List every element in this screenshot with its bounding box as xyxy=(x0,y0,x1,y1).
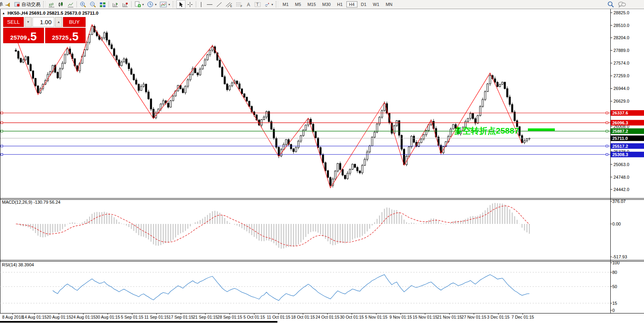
line-chart-button[interactable] xyxy=(66,0,75,8)
line-handle[interactable] xyxy=(606,145,608,147)
sell-price-main: 25709 xyxy=(10,33,27,42)
new-order-button[interactable]: 单 xyxy=(0,1,3,8)
timeframe-H4[interactable]: H4 xyxy=(346,1,357,8)
line-handle[interactable] xyxy=(606,112,608,114)
toolbar-grip xyxy=(276,1,278,8)
sell-price-big-digit: .5 xyxy=(27,31,37,42)
svg-text:8 Aug 2018: 8 Aug 2018 xyxy=(2,315,23,319)
collapse-arrow-icon[interactable]: ▲ xyxy=(2,11,5,15)
vertical-line-icon xyxy=(199,2,203,8)
zoom-in-button[interactable] xyxy=(78,0,88,8)
text-label-button[interactable]: T xyxy=(253,0,262,8)
svg-text:25711.0: 25711.0 xyxy=(612,136,628,141)
chart-annotation-text[interactable]: 多空转折点25887 xyxy=(454,125,519,136)
volume-input[interactable]: 1.00 xyxy=(32,17,54,27)
svg-text:27259.0: 27259.0 xyxy=(613,73,629,78)
zigzag-line[interactable] xyxy=(16,25,522,188)
line-handle[interactable] xyxy=(1,130,3,132)
bar-chart-icon xyxy=(48,2,55,8)
macd-histogram xyxy=(16,203,529,248)
auto-trading-button[interactable]: 自动交易 xyxy=(13,0,42,8)
timeframe-M5[interactable]: M5 xyxy=(292,1,304,8)
volume-increase-button[interactable]: ▲ xyxy=(55,17,62,27)
auto-scroll-button[interactable] xyxy=(120,0,130,8)
line-handle[interactable] xyxy=(1,122,3,124)
fibonacci-button[interactable]: F xyxy=(234,0,245,8)
trendline-button[interactable] xyxy=(214,0,224,8)
line-handle[interactable] xyxy=(606,130,608,132)
svg-text:14 Aug 01:15: 14 Aug 01:15 xyxy=(22,315,47,319)
line-handle[interactable] xyxy=(606,122,608,124)
svg-text:25308.3: 25308.3 xyxy=(612,152,628,157)
buy-price-main: 25725 xyxy=(52,33,69,42)
svg-text:30 Aug 01:15: 30 Aug 01:15 xyxy=(96,315,120,319)
svg-text:E: E xyxy=(230,5,232,8)
annotation-highlight-bar[interactable] xyxy=(528,128,555,131)
buy-price-display[interactable]: 25725 .5 xyxy=(45,28,86,43)
timeframe-M1[interactable]: M1 xyxy=(280,1,291,8)
toolbar-separator xyxy=(109,1,109,8)
svg-text:27574.0: 27574.0 xyxy=(613,61,629,65)
svg-text:17 Sep 01:15: 17 Sep 01:15 xyxy=(168,315,193,319)
clock-icon xyxy=(147,1,153,8)
toolbar-separator xyxy=(196,1,196,8)
macd-label: MACD(12,26,9) -130.79 56.24 xyxy=(2,200,60,205)
timeframe-M15[interactable]: M15 xyxy=(305,1,319,8)
auto-scroll-icon xyxy=(122,2,128,8)
zoom-out-icon xyxy=(90,1,96,8)
line-handle[interactable] xyxy=(1,153,3,155)
timeframe-D1[interactable]: D1 xyxy=(358,1,369,8)
timeframe-MN[interactable]: MN xyxy=(383,1,395,8)
crosshair-icon xyxy=(187,2,193,8)
sell-price-display[interactable]: 25709 .5 xyxy=(3,28,44,43)
dropdown-caret-icon: ▾ xyxy=(271,3,273,6)
text-button[interactable]: A xyxy=(245,0,253,8)
search-icon[interactable] xyxy=(608,1,614,8)
line-handle[interactable] xyxy=(1,145,3,147)
candlestick-chart-button[interactable] xyxy=(56,0,66,8)
horizontal-line-button[interactable] xyxy=(205,0,214,8)
chart-canvas[interactable]: 28825.028510.028204.027889.027574.027259… xyxy=(0,0,644,323)
timeframe-M30[interactable]: M30 xyxy=(319,1,333,8)
svg-text:26944.0: 26944.0 xyxy=(613,86,629,91)
line-handle[interactable] xyxy=(1,112,3,114)
horizontal-scrollbar-thumb[interactable] xyxy=(0,321,277,323)
svg-text:26629.0: 26629.0 xyxy=(613,99,629,103)
template-button[interactable]: ▾ xyxy=(158,0,172,8)
sell-button[interactable]: SELL xyxy=(3,17,24,27)
svg-text:25517.2: 25517.2 xyxy=(612,144,628,149)
toolbar-separator xyxy=(131,1,132,8)
svg-text:21 Sep 01:15: 21 Sep 01:15 xyxy=(193,315,218,319)
timeframe-H1[interactable]: H1 xyxy=(334,1,345,8)
svg-text:7 Dec 01:15: 7 Dec 01:15 xyxy=(512,315,534,319)
timeframe-W1[interactable]: W1 xyxy=(370,1,382,8)
buy-button[interactable]: BUY xyxy=(63,17,86,27)
svg-text:F: F xyxy=(241,5,242,8)
period-button[interactable]: ▾ xyxy=(145,0,158,8)
vertical-line-button[interactable] xyxy=(197,0,205,8)
volume-decrease-button[interactable]: ▼ xyxy=(25,17,32,27)
candlestick-icon xyxy=(58,2,64,8)
cursor-button[interactable] xyxy=(176,0,185,9)
chat-icon[interactable] xyxy=(618,1,626,8)
tile-windows-button[interactable] xyxy=(98,0,107,8)
svg-text:11 Oct 01:15: 11 Oct 01:15 xyxy=(267,315,290,319)
svg-text:15: 15 xyxy=(612,301,617,306)
svg-text:28510.0: 28510.0 xyxy=(613,23,629,28)
svg-text:27889.0: 27889.0 xyxy=(613,48,629,53)
svg-text:-517.93: -517.93 xyxy=(612,254,627,259)
bar-chart-button[interactable] xyxy=(47,0,56,8)
zoom-out-button[interactable] xyxy=(88,0,98,8)
svg-text:T: T xyxy=(256,2,259,7)
svg-text:5 Oct 01:15: 5 Oct 01:15 xyxy=(243,315,265,319)
sound-icon[interactable] xyxy=(3,0,13,8)
equidistant-channel-button[interactable]: E xyxy=(224,0,234,8)
line-chart-icon xyxy=(67,2,74,8)
add-indicator-button[interactable]: ▾ xyxy=(133,0,145,8)
chart-shift-button[interactable] xyxy=(110,0,120,8)
svg-text:3 Dec 01:15: 3 Dec 01:15 xyxy=(487,315,510,319)
line-handle[interactable] xyxy=(606,153,608,155)
crosshair-button[interactable] xyxy=(185,0,195,8)
arrows-button[interactable]: ▾ xyxy=(262,0,275,8)
svg-text:24 Aug 01:15: 24 Aug 01:15 xyxy=(71,315,96,319)
